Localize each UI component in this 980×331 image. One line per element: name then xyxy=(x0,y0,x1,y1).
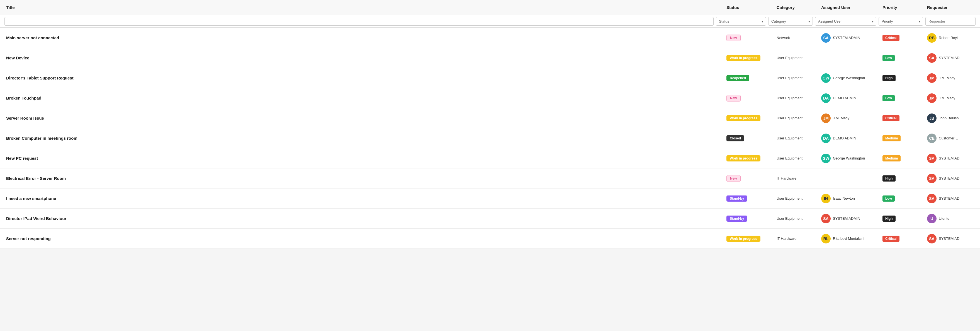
status-badge: Work in progress xyxy=(726,115,760,121)
ticket-title: New PC request xyxy=(5,153,725,163)
table-row[interactable]: Director's Tablet Support Request Reopen… xyxy=(0,68,980,88)
status-badge: Work in progress xyxy=(726,55,760,61)
table-row[interactable]: Electrical Error - Server Room New IT Ha… xyxy=(0,168,980,189)
ticket-requester: U Utente xyxy=(925,211,975,226)
title-filter-wrapper xyxy=(5,17,714,26)
category-filter-wrapper: Category xyxy=(768,17,813,26)
category-text: User Equipment xyxy=(776,116,802,120)
avatar: SA xyxy=(821,214,830,223)
avatar: GW xyxy=(821,154,830,163)
table-row[interactable]: New PC request Work in progress User Equ… xyxy=(0,148,980,168)
header-requester: Requester xyxy=(925,3,975,12)
ticket-assigned-user: GW George Washington xyxy=(819,151,881,166)
ticket-requester: SA SYSTEM AD xyxy=(925,51,975,66)
status-badge: Reopened xyxy=(726,75,749,81)
ticket-assigned-user: DA DEMO ADMIN xyxy=(819,131,881,146)
ticket-title: Broken Touchpad xyxy=(5,93,725,103)
priority-filter-select[interactable]: Priority xyxy=(878,17,923,26)
ticket-assigned-user: DA DEMO ADMIN xyxy=(819,91,881,106)
avatar: JB xyxy=(927,114,937,123)
table-header: Title Status Category Assigned User Prio… xyxy=(0,0,980,15)
category-text: IT Hardware xyxy=(776,176,796,181)
status-badge: Work in progress xyxy=(726,236,760,242)
ticket-priority: Low xyxy=(881,92,925,104)
assigned-user-name: Isaac Newton xyxy=(833,196,855,200)
avatar: DA xyxy=(821,93,830,103)
ticket-category: User Equipment xyxy=(775,93,819,103)
title-filter-input[interactable] xyxy=(5,17,714,26)
requester-name: SYSTEM AD xyxy=(939,196,959,200)
priority-filter-wrapper: Priority xyxy=(878,17,923,26)
status-badge: Work in progress xyxy=(726,155,760,162)
assigned-user-name: Rita Levi Montalcini xyxy=(833,237,864,241)
priority-badge: Low xyxy=(883,95,895,101)
requester-name: John Belush xyxy=(939,116,959,120)
ticket-priority: Medium xyxy=(881,152,925,164)
table-row[interactable]: New Device Work in progress User Equipme… xyxy=(0,48,980,68)
avatar: JM xyxy=(927,74,937,83)
avatar: RB xyxy=(927,33,937,43)
table-row[interactable]: Server not responding Work in progress I… xyxy=(0,229,980,249)
assigned-user-name: George Washington xyxy=(833,76,865,80)
ticket-title: I need a new smartphone xyxy=(5,193,725,203)
ticket-status: Stand-by xyxy=(725,193,775,205)
ticket-requester: CE Customer E xyxy=(925,131,975,146)
ticket-status: New xyxy=(725,92,775,104)
ticket-title: New Device xyxy=(5,53,725,63)
priority-badge: High xyxy=(883,75,896,81)
priority-badge: Low xyxy=(883,55,895,61)
ticket-status: New xyxy=(725,32,775,44)
ticket-priority: High xyxy=(881,213,925,224)
status-badge: New xyxy=(726,175,741,182)
requester-name: Robert Boyl xyxy=(939,36,958,40)
ticket-category: User Equipment xyxy=(775,73,819,83)
priority-badge: Critical xyxy=(883,35,899,41)
priority-badge: High xyxy=(883,175,896,182)
table-row[interactable]: Broken Computer in meetings room Closed … xyxy=(0,128,980,148)
ticket-assigned-user xyxy=(819,55,881,61)
ticket-assigned-user: SA SYSTEM ADMIN xyxy=(819,30,881,45)
ticket-title: Server not responding xyxy=(5,233,725,244)
requester-name: SYSTEM AD xyxy=(939,176,959,181)
header-assigned-user: Assigned User xyxy=(819,3,881,12)
requester-filter-input[interactable] xyxy=(925,17,975,26)
table-row[interactable]: Server Room Issue Work in progress User … xyxy=(0,108,980,128)
table-row[interactable]: Main server not connected New Network SA… xyxy=(0,28,980,48)
table-row[interactable]: Director IPad Weird Behaviour Stand-by U… xyxy=(0,209,980,229)
ticket-status: Work in progress xyxy=(725,112,775,124)
category-filter-select[interactable]: Category xyxy=(768,17,813,26)
category-text: User Equipment xyxy=(776,56,802,60)
avatar: JM xyxy=(821,114,830,123)
assigned-user-filter-select[interactable]: Assigned User xyxy=(815,17,877,26)
status-badge: New xyxy=(726,35,741,41)
requester-name: J.M. Macy xyxy=(939,76,955,80)
ticket-category: User Equipment xyxy=(775,214,819,223)
ticket-category: User Equipment xyxy=(775,133,819,143)
avatar: SA xyxy=(927,154,937,163)
avatar: SA xyxy=(927,174,937,183)
avatar: SA xyxy=(927,53,937,63)
ticket-assigned-user: JM J.M. Macy xyxy=(819,111,881,126)
tickets-table: Title Status Category Assigned User Prio… xyxy=(0,0,980,249)
ticket-title: Main server not connected xyxy=(5,33,725,43)
avatar: U xyxy=(927,214,937,223)
category-text: User Equipment xyxy=(776,76,802,80)
status-badge: Closed xyxy=(726,135,744,141)
ticket-requester: SA SYSTEM AD xyxy=(925,191,975,206)
status-filter-select[interactable]: Status xyxy=(716,17,766,26)
ticket-priority: Critical xyxy=(881,233,925,245)
avatar: DA xyxy=(821,134,830,143)
category-text: User Equipment xyxy=(776,216,802,221)
ticket-assigned-user: GW George Washington xyxy=(819,70,881,86)
header-priority: Priority xyxy=(881,3,925,12)
ticket-priority: Critical xyxy=(881,112,925,124)
priority-badge: High xyxy=(883,216,896,222)
avatar: SA xyxy=(821,33,830,43)
status-badge: New xyxy=(726,95,741,101)
requester-name: SYSTEM AD xyxy=(939,237,959,241)
table-row[interactable]: I need a new smartphone Stand-by User Eq… xyxy=(0,189,980,209)
ticket-title: Electrical Error - Server Room xyxy=(5,173,725,184)
ticket-requester: RB Robert Boyl xyxy=(925,30,975,45)
table-row[interactable]: Broken Touchpad New User Equipment DA DE… xyxy=(0,88,980,108)
ticket-category: User Equipment xyxy=(775,193,819,203)
